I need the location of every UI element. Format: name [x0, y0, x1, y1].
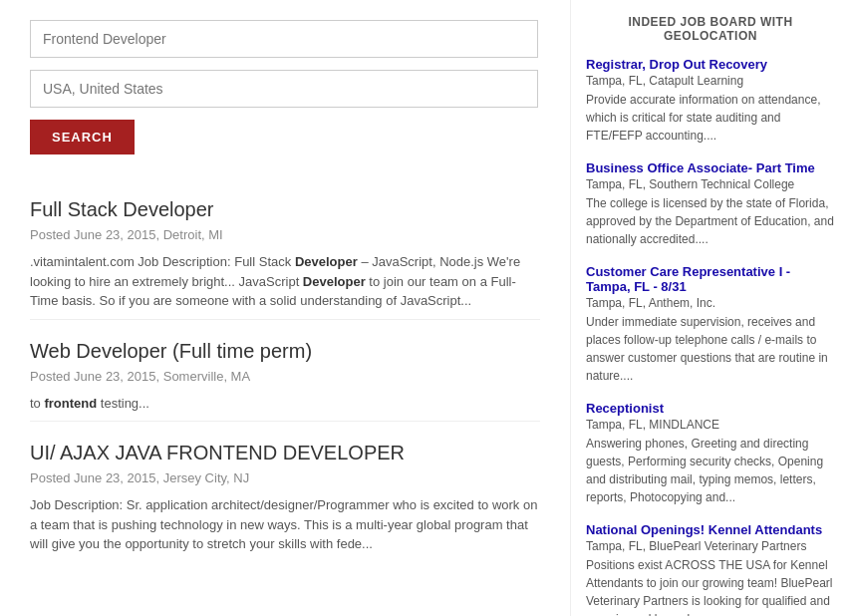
job-search-input[interactable]: [30, 20, 538, 58]
right-panel-title: INDEED JOB BOARD WITH GEOLOCATION: [586, 15, 835, 43]
location-search-input[interactable]: [30, 70, 538, 108]
board-job-desc-4: Answering phones, Greeting and directing…: [586, 435, 835, 506]
board-job-5: National Openings! Kennel Attendants Tam…: [586, 522, 835, 616]
left-panel: SEARCH Full Stack Developer Posted June …: [0, 0, 571, 616]
divider-2: [30, 421, 540, 422]
board-job-company-4: Tampa, FL, MINDLANCE: [586, 418, 835, 432]
job-listing-1: Full Stack Developer Posted June 23, 201…: [30, 198, 540, 311]
job-snippet-3: Job Description: Sr. application archite…: [30, 495, 540, 554]
job-snippet-1: .vitamintalent.com Job Description: Full…: [30, 252, 540, 311]
board-job-desc-5: Positions exist ACROSS THE USA for Kenne…: [586, 556, 835, 616]
board-job-4: Receptionist Tampa, FL, MINDLANCE Answer…: [586, 401, 835, 506]
board-job-title-1[interactable]: Registrar, Drop Out Recovery: [586, 57, 835, 72]
job-listing-2: Web Developer (Full time perm) Posted Ju…: [30, 340, 540, 414]
board-job-company-2: Tampa, FL, Southern Technical College: [586, 177, 835, 191]
job-snippet-2: to frontend testing...: [30, 394, 540, 414]
board-job-title-5[interactable]: National Openings! Kennel Attendants: [586, 522, 835, 537]
divider-1: [30, 319, 540, 320]
board-job-title-3[interactable]: Customer Care Representative I - Tampa, …: [586, 264, 835, 294]
board-job-company-5: Tampa, FL, BluePearl Veterinary Partners: [586, 539, 835, 553]
job-meta-2: Posted June 23, 2015, Somerville, MA: [30, 369, 540, 384]
job-title-1[interactable]: Full Stack Developer: [30, 198, 540, 221]
board-job-company-1: Tampa, FL, Catapult Learning: [586, 74, 835, 88]
board-job-title-2[interactable]: Business Office Associate- Part Time: [586, 160, 835, 175]
board-job-desc-1: Provide accurate information on attendan…: [586, 91, 835, 145]
board-job-2: Business Office Associate- Part Time Tam…: [586, 160, 835, 248]
job-meta-3: Posted June 23, 2015, Jersey City, NJ: [30, 470, 540, 485]
right-panel: INDEED JOB BOARD WITH GEOLOCATION Regist…: [571, 0, 850, 616]
board-job-desc-3: Under immediate supervision, receives an…: [586, 313, 835, 385]
search-button[interactable]: SEARCH: [30, 120, 135, 154]
board-job-1: Registrar, Drop Out Recovery Tampa, FL, …: [586, 57, 835, 145]
board-job-title-4[interactable]: Receptionist: [586, 401, 835, 416]
board-job-3: Customer Care Representative I - Tampa, …: [586, 264, 835, 385]
job-title-2[interactable]: Web Developer (Full time perm): [30, 340, 540, 363]
board-job-company-3: Tampa, FL, Anthem, Inc.: [586, 296, 835, 310]
job-meta-1: Posted June 23, 2015, Detroit, MI: [30, 227, 540, 242]
job-listing-3: UI/ AJAX JAVA FRONTEND DEVELOPER Posted …: [30, 442, 540, 554]
board-job-desc-2: The college is licensed by the state of …: [586, 194, 835, 248]
job-title-3[interactable]: UI/ AJAX JAVA FRONTEND DEVELOPER: [30, 442, 540, 464]
